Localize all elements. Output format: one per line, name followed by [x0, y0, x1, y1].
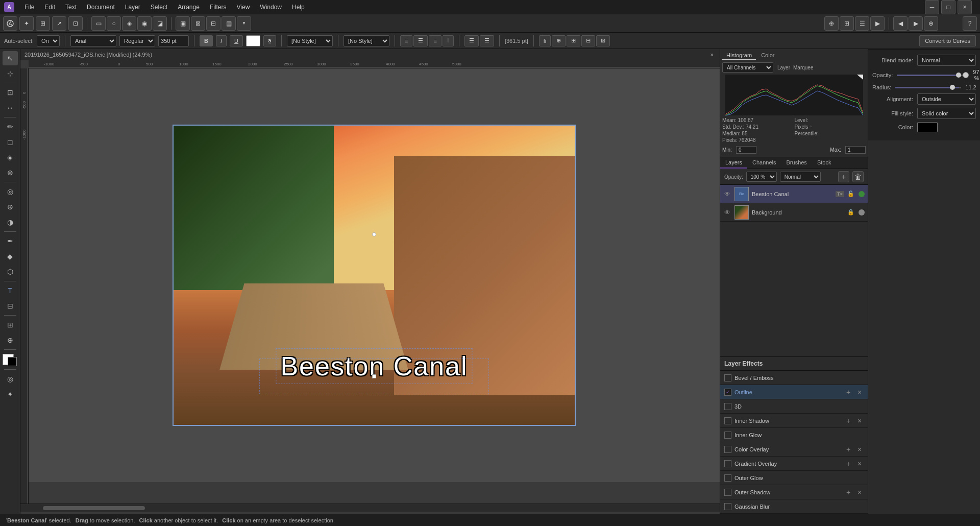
erase-tool[interactable]: ◻ [3, 135, 18, 149]
window-minimize-btn[interactable]: ─ [925, 0, 939, 14]
fill-tool[interactable]: ◈ [3, 150, 18, 164]
opacity-slider[interactable] [897, 75, 963, 76]
liga-btn[interactable]: fi [539, 35, 551, 46]
inner-glow-enable-check[interactable] [724, 432, 731, 439]
gradient-overlay-remove-btn[interactable]: × [855, 460, 864, 468]
italic-btn[interactable]: I [216, 35, 227, 46]
max-input[interactable] [845, 146, 866, 154]
next-btn[interactable]: ▶ [909, 16, 923, 31]
delete-layer-btn[interactable]: 🗑 [852, 171, 864, 182]
brush-tool[interactable]: ✏ [3, 119, 18, 134]
menu-edit[interactable]: Edit [40, 3, 59, 12]
inpaint-tool[interactable]: ⊛ [3, 165, 18, 180]
snap-text-btn[interactable]: ⊕ [552, 35, 566, 46]
layer-row-beeston-canal[interactable]: 👁 Bc Beeston Canal T× 🔓 [720, 185, 868, 203]
faux-btn[interactable]: a̤ [263, 35, 276, 46]
histogram-tab[interactable]: Histogram [722, 51, 756, 60]
transform-btn[interactable]: ↗ [52, 16, 66, 31]
grid-btn[interactable]: ⊞ [840, 16, 854, 31]
center-handle[interactable] [372, 374, 376, 378]
menu-file[interactable]: File [20, 3, 38, 12]
blend-mode-select[interactable]: Normal [780, 172, 821, 182]
gaussian-blur-enable-check[interactable] [724, 503, 731, 510]
pen-tool[interactable]: ✒ [3, 234, 18, 248]
shape-tool[interactable]: ⬡ [3, 265, 18, 279]
menu-arrange[interactable]: Arrange [174, 3, 204, 12]
stock-tab[interactable]: Stock [812, 157, 837, 169]
context-btn[interactable]: ☰ [855, 16, 869, 31]
snapping-btn[interactable]: ✦ [19, 16, 34, 31]
channel-select[interactable]: All Channels [722, 62, 773, 73]
align-justify-btn[interactable]: ⁞ [443, 35, 454, 46]
assistant-btn[interactable]: A [3, 16, 17, 31]
color-btn[interactable]: ◉ [137, 16, 152, 31]
transform-text-btn[interactable]: ⊞ [567, 35, 580, 46]
circle-btn[interactable]: ○ [107, 16, 121, 31]
canvas-viewport[interactable]: Beeston Canal [29, 68, 720, 482]
style-select-2[interactable]: [No Style] [344, 35, 389, 46]
layer-visibility-toggle-1[interactable]: 👁 [723, 190, 731, 198]
canvas-scrollbar-h[interactable] [20, 504, 720, 512]
rect-btn[interactable]: ▭ [91, 16, 106, 31]
menu-layer[interactable]: Layer [121, 3, 144, 12]
color-overlay-enable-check[interactable] [724, 446, 731, 453]
help-btn[interactable]: ? [963, 16, 977, 31]
outer-glow-enable-check[interactable] [724, 474, 731, 482]
frame-tool[interactable]: ⊟ [3, 299, 18, 313]
list-btn1[interactable]: ☰ [464, 35, 479, 46]
color-overlay-remove-btn[interactable]: × [855, 445, 864, 453]
layers-tab[interactable]: Layers [720, 157, 747, 169]
align-right-btn[interactable]: ≡ [429, 35, 441, 46]
canvas-btn1[interactable]: ▣ [176, 16, 190, 31]
menu-select[interactable]: Select [146, 3, 172, 12]
channels-tab[interactable]: Channels [747, 157, 781, 169]
3d-enable-check[interactable] [724, 403, 731, 410]
color-overlay-add-btn[interactable]: + [844, 445, 852, 453]
inner-shadow-enable-check[interactable] [724, 417, 731, 424]
canvas-btn3[interactable]: ⊟ [206, 16, 220, 31]
effects-blend-mode-select[interactable]: Normal [917, 55, 976, 66]
layer-visibility-toggle-2[interactable]: 👁 [723, 208, 731, 217]
scrollbar-thumb-h[interactable] [43, 506, 145, 510]
macros-btn[interactable]: ▶ [870, 16, 885, 31]
outline-add-btn[interactable]: + [844, 388, 852, 396]
fill-style-select[interactable]: Solid color [917, 108, 976, 119]
paths-btn[interactable]: ◈ [122, 16, 136, 31]
canvas-close-btn[interactable]: × [708, 52, 716, 58]
background-color[interactable] [8, 357, 17, 366]
zoom-btn[interactable]: ⊕ [824, 16, 839, 31]
gradient-overlay-add-btn[interactable]: + [844, 460, 852, 468]
outer-shadow-enable-check[interactable] [724, 489, 731, 496]
canvas-btn5[interactable]: ▼ [237, 16, 251, 31]
min-input[interactable] [736, 146, 756, 154]
inner-shadow-remove-btn[interactable]: × [855, 417, 864, 425]
prev-btn[interactable]: ◀ [893, 16, 908, 31]
document-setup-btn[interactable]: ⊡ [68, 16, 83, 31]
menu-help[interactable]: Help [288, 3, 309, 12]
retouch-tool[interactable]: ◎ [3, 184, 18, 199]
align-center-btn[interactable]: ☰ [413, 35, 428, 46]
layer-radio-label[interactable]: Layer [777, 65, 790, 70]
menu-filters[interactable]: Filters [206, 3, 231, 12]
text-tool[interactable]: T [3, 283, 18, 298]
persona-btn[interactable]: ⊕ [924, 16, 938, 31]
style-select-1[interactable]: [No Style] [287, 35, 333, 46]
pixel-mode-btn[interactable]: ⊞ [36, 16, 50, 31]
underline-btn[interactable]: U [230, 35, 243, 46]
color-tab[interactable]: Color [757, 51, 778, 60]
effects-color-swatch[interactable] [917, 122, 938, 132]
eyedropper-tool[interactable]: ✦ [3, 387, 18, 401]
dodge-tool[interactable]: ◑ [3, 215, 18, 229]
outer-shadow-add-btn[interactable]: + [844, 488, 852, 496]
add-layer-btn[interactable]: + [838, 171, 849, 182]
select-tool[interactable]: ⊹ [3, 66, 18, 81]
text-color-swatch[interactable] [246, 35, 260, 46]
bold-btn[interactable]: B [200, 35, 213, 46]
marquee-radio-label[interactable]: Marquee [793, 65, 813, 70]
clone-tool[interactable]: ⊕ [3, 200, 18, 214]
align-left-btn[interactable]: ≡ [400, 35, 412, 46]
bevel-enable-check[interactable] [724, 374, 731, 381]
menu-document[interactable]: Document [83, 3, 119, 12]
inner-shadow-add-btn[interactable]: + [844, 417, 852, 425]
alignment-select[interactable]: Outside [917, 93, 976, 105]
